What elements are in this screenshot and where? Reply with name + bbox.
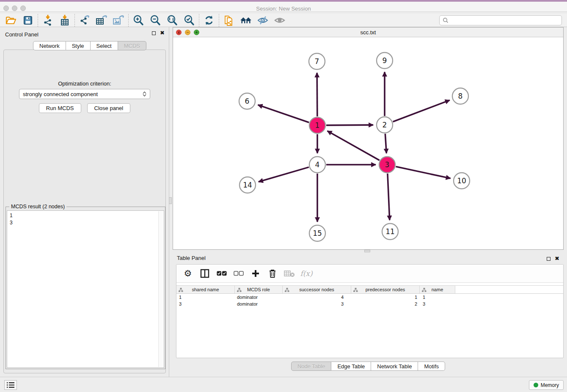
edge-3-11[interactable] <box>388 174 390 220</box>
memory-status-icon <box>534 383 538 387</box>
edge-3-10[interactable] <box>396 166 451 178</box>
zoom-in-icon[interactable] <box>130 14 147 27</box>
deselect-checkboxes-icon[interactable] <box>232 267 245 280</box>
table-row[interactable]: 1dominator411 <box>176 294 563 301</box>
toolbar-separator <box>74 14 75 27</box>
optimization-criterion-label: Optimization criterion: <box>4 80 165 87</box>
float-panel-icon[interactable] <box>152 31 156 35</box>
column-header-name[interactable]: name <box>420 286 455 293</box>
memory-label: Memory <box>541 382 559 388</box>
save-floppy-icon[interactable] <box>19 14 36 27</box>
export-network-icon[interactable] <box>76 14 93 27</box>
tab-network[interactable]: Network <box>33 41 66 50</box>
memory-button[interactable]: Memory <box>529 380 564 390</box>
mcds-result-group: MCDS result (2 nodes) 1 3 <box>6 207 165 369</box>
select-stepper-icon <box>143 91 146 97</box>
result-scrollbar[interactable] <box>158 211 163 367</box>
search-input[interactable] <box>449 17 561 23</box>
network-canvas[interactable]: 1234678910111415 <box>173 37 563 249</box>
add-column-icon[interactable] <box>249 267 262 280</box>
table-cell[interactable]: 1 <box>351 294 420 301</box>
edge-2-8[interactable] <box>393 100 450 122</box>
column-header-successor-nodes[interactable]: successor nodes <box>283 286 351 293</box>
graph-node-label-6: 6 <box>245 97 250 105</box>
column-header-MCDS-role[interactable]: MCDS role <box>235 286 283 293</box>
table-row[interactable]: 3dominator323 <box>176 301 563 307</box>
close-panel-icon[interactable]: ✖ <box>160 31 165 35</box>
split-columns-icon[interactable] <box>198 267 211 280</box>
tab-node-table[interactable]: Node Table <box>291 362 332 371</box>
table-panel-title: Table Panel <box>177 255 206 261</box>
table-cell[interactable]: 3 <box>283 301 351 307</box>
column-header-shared-name[interactable]: shared name <box>176 286 235 293</box>
graph-node-label-14: 14 <box>243 181 252 189</box>
float-table-panel-icon[interactable] <box>547 257 550 261</box>
table-cell[interactable]: 3 <box>420 301 455 307</box>
refresh-icon[interactable] <box>201 14 217 27</box>
delete-column-icon[interactable] <box>266 267 279 280</box>
control-panel: Control Panel ✖ Optimization criterion: … <box>0 27 169 377</box>
application-window: Session: New Session <box>0 0 567 392</box>
vertical-splitter-grip[interactable] <box>169 197 172 204</box>
mcds-tab-content: Optimization criterion: strongly connect… <box>3 50 166 373</box>
open-folder-icon[interactable] <box>3 14 19 27</box>
close-table-panel-icon[interactable]: ✖ <box>555 257 559 261</box>
list-icon <box>7 382 14 388</box>
graph-node-label-3: 3 <box>385 160 390 169</box>
table-cell[interactable]: 4 <box>283 294 351 301</box>
tab-select[interactable]: Select <box>91 41 118 50</box>
edge-1-2[interactable] <box>326 125 373 125</box>
zoom-selected-icon[interactable] <box>181 14 198 27</box>
table-cell[interactable]: dominator <box>235 294 283 301</box>
edge-2-3[interactable] <box>385 134 386 153</box>
table-panel: Table Panel ✖ ⚙ <box>173 253 564 377</box>
graph-node-label-8: 8 <box>458 92 463 100</box>
zoom-fit-icon[interactable] <box>164 14 181 27</box>
delete-table-icon <box>283 267 296 280</box>
session-title: Session: New Session <box>0 6 567 12</box>
graph-node-label-4: 4 <box>315 160 320 169</box>
node-table-container: ⚙ f(x) <box>176 264 564 358</box>
export-table-icon[interactable] <box>93 14 110 27</box>
edge-4-14[interactable] <box>259 167 309 182</box>
edge-1-6[interactable] <box>258 105 309 122</box>
zoom-out-icon[interactable] <box>147 14 164 27</box>
tab-mcds[interactable]: MCDS <box>118 41 146 50</box>
tab-edge-table[interactable]: Edge Table <box>331 362 371 371</box>
mcds-result-box[interactable]: 1 3 <box>7 210 164 368</box>
edge-3-1[interactable] <box>328 131 380 160</box>
graph-node-label-11: 11 <box>385 227 395 236</box>
control-panel-tabs: NetworkStyleSelectMCDS <box>33 41 146 50</box>
import-network-icon[interactable] <box>39 14 56 27</box>
export-image-icon[interactable] <box>110 14 127 27</box>
table-cell[interactable]: 1 <box>176 294 235 301</box>
tab-network-table[interactable]: Network Table <box>371 362 418 371</box>
graph-node-label-1: 1 <box>315 121 320 130</box>
table-cell[interactable]: dominator <box>235 301 283 307</box>
duplicate-network-icon[interactable] <box>220 14 237 27</box>
network-file-title: scc.txt <box>173 29 563 36</box>
table-cell[interactable]: 1 <box>420 294 455 301</box>
run-mcds-button[interactable]: Run MCDS <box>39 103 81 113</box>
criterion-select[interactable]: strongly connected component <box>19 89 150 99</box>
table-cell[interactable]: 3 <box>176 301 235 307</box>
search-icon <box>442 17 449 24</box>
close-panel-button[interactable]: Close panel <box>87 103 131 113</box>
titlebar: Session: New Session <box>0 0 567 12</box>
search-field[interactable] <box>439 15 562 25</box>
node-table[interactable]: shared nameMCDS rolesuccessor nodesprede… <box>176 285 563 307</box>
task-list-button[interactable] <box>4 380 17 390</box>
eye-slash-icon[interactable] <box>254 14 271 27</box>
tab-style[interactable]: Style <box>66 41 91 50</box>
table-toolbar: ⚙ f(x) <box>176 265 563 283</box>
edge-1-7[interactable] <box>317 73 317 116</box>
table-cell[interactable]: 2 <box>351 301 420 307</box>
column-header-predecessor-nodes[interactable]: predecessor nodes <box>351 286 420 293</box>
tab-motifs[interactable]: Motifs <box>418 362 445 371</box>
gear-icon[interactable]: ⚙ <box>182 267 194 280</box>
houses-icon[interactable] <box>237 14 254 27</box>
select-all-checkboxes-icon[interactable] <box>215 267 228 280</box>
horizontal-splitter-grip[interactable] <box>364 250 370 252</box>
network-window-titlebar: x – + scc.txt <box>173 28 563 37</box>
import-table-icon[interactable] <box>56 14 73 27</box>
